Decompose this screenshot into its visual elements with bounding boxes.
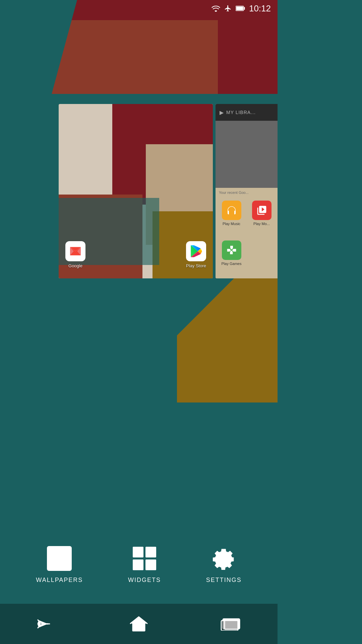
google-app-item[interactable]: Google — [65, 241, 85, 268]
play-games-item[interactable]: Play Games — [219, 240, 244, 275]
widgets-option[interactable]: WIDGETS — [128, 545, 161, 584]
playstore-icon-img — [186, 241, 206, 261]
status-bar: 10:12 — [0, 0, 278, 17]
settings-option[interactable]: SETTINGS — [206, 545, 242, 584]
svg-rect-10 — [145, 559, 156, 570]
playstore-label: Play Store — [186, 263, 206, 268]
back-button[interactable] — [33, 614, 60, 634]
svg-rect-7 — [133, 547, 143, 557]
google-label: Google — [68, 263, 82, 268]
play-music-item[interactable]: Play Music — [219, 201, 244, 235]
play-card-header: ▶ MY LIBRA... — [216, 104, 278, 121]
home-icon — [129, 615, 149, 632]
gmail-icon — [65, 241, 85, 261]
svg-rect-9 — [133, 559, 143, 570]
settings-icon — [210, 545, 237, 572]
play-arrow-icon: ▶ — [220, 109, 224, 116]
play-movies-item[interactable]: Play Mo... — [249, 201, 274, 235]
widgets-label: WIDGETS — [128, 577, 161, 584]
airplane-icon — [224, 5, 232, 12]
back-icon — [36, 617, 56, 631]
settings-label: SETTINGS — [206, 577, 242, 584]
home-screen-card[interactable]: Google — [59, 104, 213, 278]
wallpapers-label: WALLPAPERS — [36, 577, 83, 584]
play-apps-grid: Play Music Play Mo... Play Games — [216, 197, 278, 278]
playstore-app-item[interactable]: Play Store — [186, 241, 206, 268]
play-movies-label: Play Mo... — [253, 222, 270, 226]
battery-icon — [236, 5, 245, 11]
recents-button[interactable] — [218, 614, 245, 634]
clock: 10:12 — [249, 3, 271, 14]
home-button[interactable] — [125, 614, 152, 634]
svg-rect-1 — [244, 7, 245, 10]
my-library-label: MY LIBRA... — [226, 110, 256, 115]
recent-label: Your recent Goo... — [216, 188, 278, 197]
album-art — [216, 121, 278, 188]
play-games-label: Play Games — [222, 262, 242, 266]
play-games-icon — [222, 240, 241, 260]
recents-icon — [220, 617, 243, 631]
wifi-icon — [212, 5, 220, 12]
wallpapers-icon — [46, 545, 73, 572]
nav-bar — [0, 604, 278, 644]
play-music-card[interactable]: ▶ MY LIBRA... Your recent Goo... Play Mu… — [216, 104, 278, 278]
play-music-icon — [222, 201, 241, 220]
widgets-icon — [131, 545, 158, 572]
recents-area: Google — [59, 104, 278, 285]
play-movies-icon — [252, 201, 272, 220]
play-music-label: Play Music — [223, 222, 240, 226]
bottom-bar: WALLPAPERS WIDGETS SETTINGS — [0, 545, 278, 584]
svg-rect-2 — [236, 7, 243, 10]
wallpapers-option[interactable]: WALLPAPERS — [36, 545, 83, 584]
